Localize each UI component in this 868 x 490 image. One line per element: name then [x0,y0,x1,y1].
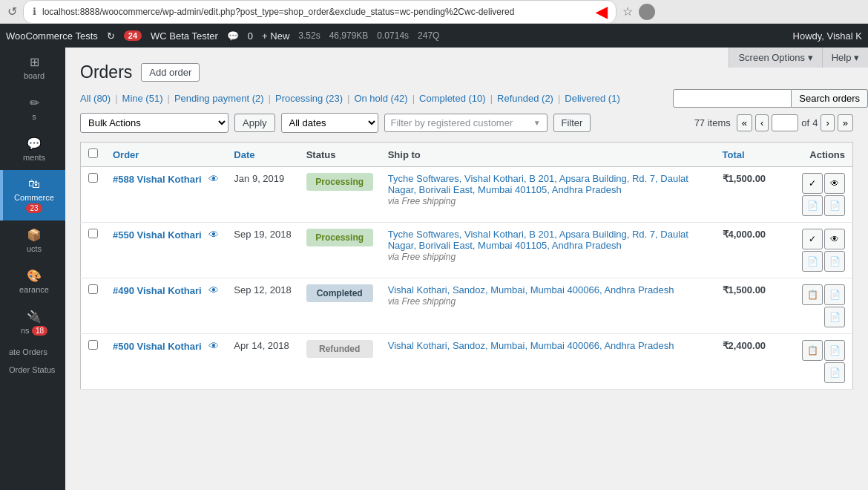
first-page-button[interactable]: « [737,114,752,131]
row-500-order-link[interactable]: #500 Vishal Kothari [113,341,202,352]
url-text: localhost:8888/woocommerce/wp-admin/edit… [42,7,590,17]
apply-button[interactable]: Apply [234,114,275,132]
help-button[interactable]: Help ▾ [822,48,868,68]
row-550-actions: ✓ 👁 📄 📄 [773,223,852,278]
row-550-invoice-btn[interactable]: 📄 [802,251,823,272]
row-588-order: #588 Vishal Kothari 👁 [105,167,226,223]
howdy[interactable]: Howdy, Vishal K [793,30,862,42]
create-orders-label: ate Orders [9,347,47,356]
row-550-complete-btn[interactable]: ✓ [802,229,823,249]
sidebar-item-dashboard[interactable]: ⊞ board [0,48,65,88]
screen-options-button[interactable]: Screen Options ▾ [729,48,821,68]
sidebar-item-appearance[interactable]: 🎨 earance [0,261,65,302]
select-all-col [81,143,106,167]
next-page-button[interactable]: › [821,114,834,131]
customer-filter-dropdown[interactable]: Filter by registered customer ▼ [384,114,548,132]
bookmark-icon[interactable]: ☆ [622,4,633,19]
row-550-checkbox[interactable] [88,229,98,238]
filter-tab-all[interactable]: All (80) [80,91,111,105]
row-588-ship: Tyche Softwares, Vishal Kothari, B 201, … [381,167,715,223]
row-550-packing-btn[interactable]: 📄 [824,251,845,272]
orders-table: Order Date Status Ship to Total Actions … [80,142,853,390]
row-500-packing-btn[interactable]: 📄 [824,362,845,383]
row-550-order: #550 Vishal Kothari 👁 [105,223,226,278]
filter-tab-mine[interactable]: Mine (51) [122,91,163,105]
sync-count: 24 [124,30,142,41]
new-button[interactable]: + New [262,30,289,42]
row-588-view-icon[interactable]: 👁 [208,173,219,185]
plugin-name[interactable]: WC Beta Tester [151,30,218,42]
browser-bar: ↺ ℹ localhost:8888/woocommerce/wp-admin/… [0,0,868,24]
row-588-complete-btn[interactable]: ✓ [802,173,823,194]
sidebar-label-comments: ments [23,153,45,162]
dropdown-arrow-icon: ▼ [533,119,541,127]
filter-tab-onhold[interactable]: On hold (42) [354,91,407,105]
row-500-status-badge: Refunded [306,340,373,358]
row-500-invoice-btn[interactable]: 📋 [802,340,823,361]
sidebar-label-dashboard: board [24,71,45,80]
row-490-order-link[interactable]: #490 Vishal Kothari [113,285,202,296]
toolbar-row: Bulk Actions Apply All dates January 201… [80,113,853,133]
date-filter-select[interactable]: All dates January 2019 September 2018 Ap… [281,113,378,133]
select-all-checkbox[interactable] [88,148,98,158]
sidebar-item-order-status[interactable]: Order Status [0,361,65,379]
sidebar-item-products[interactable]: 📦 ucts [0,220,65,261]
red-arrow-indicator: ◀ [596,3,607,21]
sidebar-label-woocommerce: Commerce [14,193,54,202]
row-500-ship-link[interactable]: Vishal Kothari, Sandoz, Mumbai, Mumbai 4… [388,340,674,351]
total-col-header[interactable]: Total [715,143,774,167]
row-588-order-link[interactable]: #588 Vishal Kothari [113,174,202,185]
plugins-icon: 🔌 [9,310,59,324]
row-588-view-btn[interactable]: 👁 [824,173,845,194]
total-pages: 4 [812,117,818,128]
sidebar-item-posts[interactable]: ✏ s [0,88,65,129]
filter-tab-delivered[interactable]: Delivered (1) [565,91,619,105]
sidebar-item-comments[interactable]: 💬 ments [0,129,65,170]
sidebar-item-woocommerce[interactable]: 🛍 Commerce 23 [0,170,65,220]
row-550-ship-link[interactable]: Tyche Softwares, Vishal Kothari, B 201, … [388,229,688,251]
filter-tab-refunded[interactable]: Refunded (2) [497,91,553,105]
sync-icon[interactable]: ↻ [107,30,115,42]
row-588-checkbox[interactable] [88,173,98,183]
user-avatar[interactable] [639,4,655,20]
row-490-packing-btn[interactable]: 📄 [824,307,845,327]
row-588-ship-link[interactable]: Tyche Softwares, Vishal Kothari, B 201, … [388,173,688,195]
search-orders-input[interactable] [673,89,792,108]
row-490-invoice-btn[interactable]: 📋 [802,284,823,305]
date-col-header[interactable]: Date [226,143,298,167]
filter-tab-processing[interactable]: Processing (23) [275,91,343,105]
row-550-view-btn[interactable]: 👁 [824,229,845,249]
url-bar[interactable]: ℹ localhost:8888/woocommerce/wp-admin/ed… [23,0,617,24]
page-number-input[interactable]: 1 [772,114,798,131]
row-490-ship-via: via Free shipping [388,296,456,307]
customer-filter-placeholder: Filter by registered customer [391,117,513,128]
row-490-view-icon[interactable]: 👁 [208,284,219,296]
order-col-header[interactable]: Order [105,143,226,167]
reload-icon[interactable]: ↺ [7,4,17,19]
site-name[interactable]: WooCommerce Tests [6,30,98,42]
dashboard-icon: ⊞ [9,55,59,69]
filter-tab-pending[interactable]: Pending payment (2) [174,91,264,105]
row-490-ship-link[interactable]: Vishal Kothari, Sandoz, Mumbai, Mumbai 4… [388,284,674,295]
row-500-view-icon[interactable]: 👁 [208,340,219,352]
row-490-view-btn[interactable]: 📄 [824,284,845,305]
row-550-view-icon[interactable]: 👁 [208,229,219,241]
bulk-actions-select[interactable]: Bulk Actions [80,113,228,133]
search-orders-button[interactable]: Search orders [792,89,868,108]
prev-page-button[interactable]: ‹ [755,114,769,131]
row-588-invoice-btn[interactable]: 📄 [802,195,823,216]
comment-icon: 💬 [227,30,239,42]
row-500-check [81,334,106,390]
add-order-button[interactable]: Add order [141,63,200,82]
filter-button[interactable]: Filter [553,114,591,132]
sidebar-item-plugins[interactable]: 🔌 ns 18 [0,302,65,343]
row-550-order-link[interactable]: #550 Vishal Kothari [113,229,202,241]
last-page-button[interactable]: » [838,114,853,131]
comments-icon: 💬 [9,137,59,151]
sidebar-item-create-orders[interactable]: ate Orders [0,343,65,361]
row-500-checkbox[interactable] [88,340,98,350]
row-500-view-btn[interactable]: 📄 [824,340,845,361]
filter-tab-completed[interactable]: Completed (10) [419,91,486,105]
row-588-packing-btn[interactable]: 📄 [824,195,845,216]
row-490-checkbox[interactable] [88,284,98,294]
